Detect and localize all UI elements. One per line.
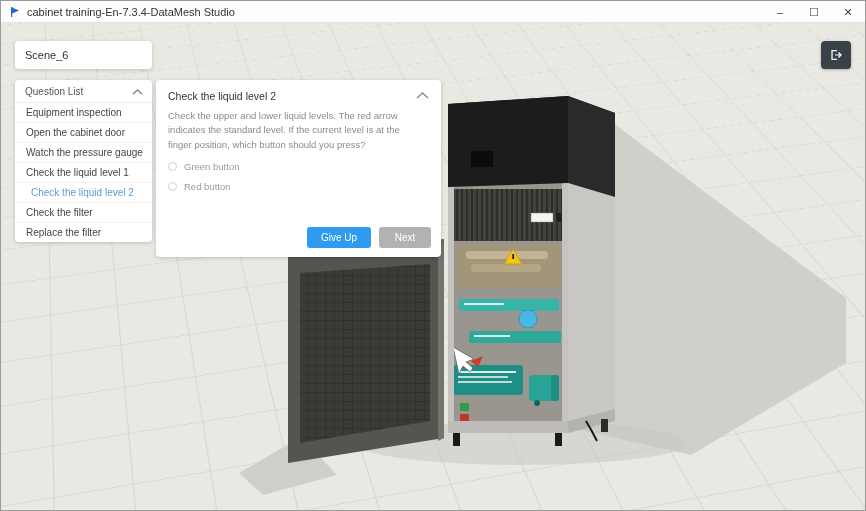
window-controls: – ☐ ✕ xyxy=(763,1,865,23)
radio-icon[interactable] xyxy=(168,182,177,191)
option-label: Red button xyxy=(184,181,230,192)
radio-icon[interactable] xyxy=(168,162,177,171)
red-button xyxy=(460,414,469,422)
question-item-check-liquid-level-2[interactable]: Check the liquid level 2 xyxy=(15,182,152,202)
teal-callout xyxy=(453,365,523,395)
question-description: Check the upper and lower liquid levels.… xyxy=(168,109,429,152)
question-item-watch-pressure-gauge[interactable]: Watch the pressure gauge xyxy=(15,142,152,162)
app-window: cabinet training-En-7.3.4-DataMesh Studi… xyxy=(0,0,866,511)
window-title: cabinet training-En-7.3.4-DataMesh Studi… xyxy=(27,6,235,18)
question-title: Check the liquid level 2 xyxy=(168,90,276,102)
give-up-button[interactable]: Give Up xyxy=(307,227,371,248)
option-label: Green button xyxy=(184,161,239,172)
scene-name-text: Scene_6 xyxy=(25,49,68,61)
question-item-check-filter[interactable]: Check the filter xyxy=(15,202,152,222)
app-logo-icon xyxy=(9,6,21,18)
chevron-up-icon[interactable] xyxy=(416,92,429,99)
option-green-button[interactable]: Green button xyxy=(168,161,429,172)
question-item-replace-filter[interactable]: Replace the filter xyxy=(15,222,152,242)
question-list-panel: Question List Equipment inspection Open … xyxy=(15,80,152,242)
chevron-up-icon[interactable] xyxy=(132,89,143,95)
minimize-button[interactable]: – xyxy=(763,1,797,23)
question-list-header[interactable]: Question List xyxy=(15,80,152,103)
question-item-check-liquid-level-1[interactable]: Check the liquid level 1 xyxy=(15,162,152,182)
exit-scene-button[interactable] xyxy=(821,41,851,69)
question-item-equipment-inspection[interactable]: Equipment inspection xyxy=(15,103,152,122)
next-button[interactable]: Next xyxy=(379,227,431,248)
question-list-title: Question List xyxy=(25,86,83,97)
option-red-button[interactable]: Red button xyxy=(168,181,429,192)
exit-scene-icon xyxy=(828,47,844,63)
blue-cup xyxy=(519,310,537,328)
maximize-button[interactable]: ☐ xyxy=(797,1,831,23)
question-detail-panel: Check the liquid level 2 Check the upper… xyxy=(156,80,441,257)
title-bar: cabinet training-En-7.3.4-DataMesh Studi… xyxy=(1,1,865,23)
green-button xyxy=(460,403,469,411)
scene-name-label: Scene_6 xyxy=(15,41,152,69)
question-item-open-cabinet-door[interactable]: Open the cabinet door xyxy=(15,122,152,142)
close-button[interactable]: ✕ xyxy=(831,1,865,23)
3d-viewport[interactable]: Scene_6 Question List Equipment inspecti… xyxy=(1,23,865,510)
